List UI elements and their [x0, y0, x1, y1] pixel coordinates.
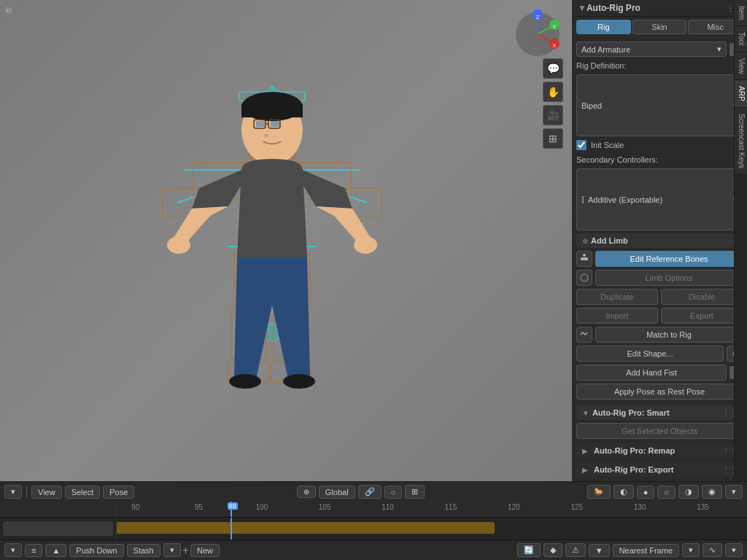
panel-content: Add Armature ▾ ✕ Rig Definition: Biped ▾…: [572, 37, 747, 481]
export-btn[interactable]: Export: [661, 308, 743, 324]
nla-list-btn[interactable]: ≡: [25, 544, 42, 557]
nla-new-btn[interactable]: New: [190, 544, 220, 557]
smart-section-header[interactable]: ▼ Auto-Rig Pro: Smart ⋮⋮: [576, 405, 743, 420]
add-hand-fist-btn[interactable]: Add Hand Fist: [576, 365, 727, 381]
viewport-label: kl: [6, 6, 12, 15]
proportional-btn[interactable]: ○: [384, 486, 403, 499]
key-type-btn[interactable]: ◆: [543, 543, 562, 557]
svg-rect-30: [256, 121, 265, 127]
overlay-dropdown-btn[interactable]: ▾: [725, 485, 743, 499]
frame-num-125: 125: [570, 503, 583, 511]
edit-ref-bones-icon: [576, 251, 592, 267]
viewport-tools: 💬 ✋ 🎥 ⊞: [543, 58, 563, 149]
svg-text:Y: Y: [552, 23, 557, 30]
nla-add-group: ▾ + New: [163, 543, 220, 557]
nla-add-dropdown[interactable]: ▾: [163, 543, 181, 557]
side-tab-view[interactable]: View: [735, 52, 747, 81]
init-scale-checkbox[interactable]: [576, 140, 587, 150]
timeline-track-area: [0, 518, 747, 540]
filter-btn[interactable]: ▼: [589, 544, 610, 557]
nla-push-down-btn[interactable]: Push Down: [69, 544, 123, 557]
top-area: kl Z Y: [0, 0, 747, 481]
shading-rendered-btn[interactable]: ◉: [702, 485, 722, 499]
nla-left-panel: [0, 518, 117, 540]
nla-controls-bar: ▾ ≡ ▲ Push Down Stash ▾ + New 🔄 ◆ ⚠ ▼ Ne…: [0, 540, 747, 560]
ease-dropdown[interactable]: ▾: [725, 543, 743, 557]
init-scale-label: Init Scale: [591, 139, 624, 151]
ease-btn[interactable]: ∿: [703, 543, 722, 557]
import-export-row: Import Export: [576, 308, 743, 324]
limb-options-btn[interactable]: Limb Options: [595, 270, 743, 286]
disable-btn[interactable]: Disable: [661, 289, 743, 305]
nla-mode-dropdown[interactable]: ▾: [4, 543, 22, 557]
svg-point-35: [354, 236, 377, 254]
side-tab-screencast[interactable]: Screencast Keys: [735, 108, 747, 175]
pose-btn[interactable]: Pose: [103, 486, 134, 499]
grid-tool-btn[interactable]: ⊞: [543, 128, 563, 149]
svg-point-36: [229, 374, 261, 389]
timeline-track-content[interactable]: [117, 518, 747, 540]
add-armature-dropdown[interactable]: Add Armature ▾: [576, 42, 727, 57]
limb-options-icon: [576, 270, 592, 286]
frame-num-130: 130: [634, 503, 646, 511]
timeline-playhead: 98: [231, 502, 232, 517]
match-to-rig-btn[interactable]: Match to Rig: [595, 327, 743, 343]
overlay-btn[interactable]: ⊞: [405, 485, 425, 499]
add-limb-label: Add Limb: [591, 236, 628, 245]
duplicate-btn[interactable]: Duplicate: [576, 289, 658, 305]
playback-type-btn[interactable]: 🔄: [517, 543, 541, 557]
shading-wireframe-btn[interactable]: ○: [657, 486, 676, 499]
add-armature-row: Add Armature ▾ ✕: [576, 42, 743, 57]
export-section[interactable]: ▶ Auto-Rig Pro: Export ⋮⋮: [576, 462, 743, 477]
side-tab-item[interactable]: Item: [735, 0, 747, 26]
remap-section[interactable]: ▶ Auto-Rig Pro: Remap ⋮⋮: [576, 443, 743, 458]
nearest-frame-btn[interactable]: Nearest Frame: [613, 544, 679, 557]
match-rig-icon: [576, 327, 592, 343]
camera-tool-btn[interactable]: 🎥: [543, 105, 563, 125]
mode-dropdown-btn[interactable]: ▾: [4, 485, 22, 499]
smart-section-label: Auto-Rig Pro: Smart: [592, 408, 670, 417]
chat-tool-btn[interactable]: 💬: [543, 58, 563, 79]
edit-shape-row: Edit Shape... ⊞: [576, 346, 743, 362]
panel-tabs: Rig Skin Misc: [572, 17, 747, 37]
viewport[interactable]: kl Z Y: [0, 0, 572, 481]
nla-expand-btn[interactable]: ▲: [45, 544, 66, 557]
svg-rect-51: [581, 257, 588, 260]
frame-num-105: 105: [319, 503, 331, 511]
shading-material-btn[interactable]: ◑: [678, 485, 699, 499]
tab-rig[interactable]: Rig: [576, 20, 631, 34]
import-btn[interactable]: Import: [576, 308, 658, 324]
get-selected-btn[interactable]: Get Selected Objects: [576, 423, 743, 439]
secondary-controllers-label: Secondary Controllers:: [576, 154, 743, 166]
svg-point-53: [581, 274, 588, 281]
edit-shape-btn[interactable]: Edit Shape...: [576, 346, 724, 362]
viewport-shading-btn[interactable]: ◐: [614, 485, 634, 499]
global-btn[interactable]: Global: [319, 486, 355, 499]
render-btn[interactable]: 🐎: [587, 485, 611, 499]
frame-num-115: 115: [445, 503, 457, 511]
svg-rect-31: [271, 121, 279, 127]
timeline-area: 90 95 100 105 110 115 120 125 130 135 98: [0, 502, 747, 560]
nearest-frame-dropdown[interactable]: ▾: [682, 543, 700, 557]
viewport-background: kl Z Y: [0, 0, 572, 481]
remap-label: Auto-Rig Pro: Remap: [594, 446, 675, 455]
view-btn[interactable]: View: [31, 486, 62, 499]
nla-stash-btn[interactable]: Stash: [127, 544, 160, 557]
snap-btn[interactable]: 🔗: [358, 485, 382, 499]
secondary-controllers-dropdown[interactable]: ⟦ Additive (Exportable) ▾: [576, 168, 743, 230]
side-tab-tool[interactable]: Tool: [735, 26, 747, 52]
add-limb-section[interactable]: ⊕ Add Limb ▾: [576, 233, 743, 248]
tab-skin[interactable]: Skin: [632, 20, 687, 34]
hand-tool-btn[interactable]: ✋: [543, 82, 563, 102]
rig-definition-dropdown[interactable]: Biped ▾: [576, 74, 743, 136]
transform-btn[interactable]: ⊕: [297, 486, 316, 498]
select-btn[interactable]: Select: [65, 486, 101, 499]
frame-num-110: 110: [382, 503, 394, 511]
init-scale-row: Init Scale: [576, 139, 743, 151]
frame-num-135: 135: [697, 503, 709, 511]
shading-solid-btn[interactable]: ●: [637, 486, 655, 499]
apply-pose-btn[interactable]: Apply Pose as Rest Pose: [576, 384, 743, 400]
edit-reference-bones-btn[interactable]: Edit Reference Bones: [595, 251, 743, 267]
warning-btn[interactable]: ⚠: [565, 543, 586, 557]
side-tab-arp[interactable]: ARP: [735, 80, 747, 108]
